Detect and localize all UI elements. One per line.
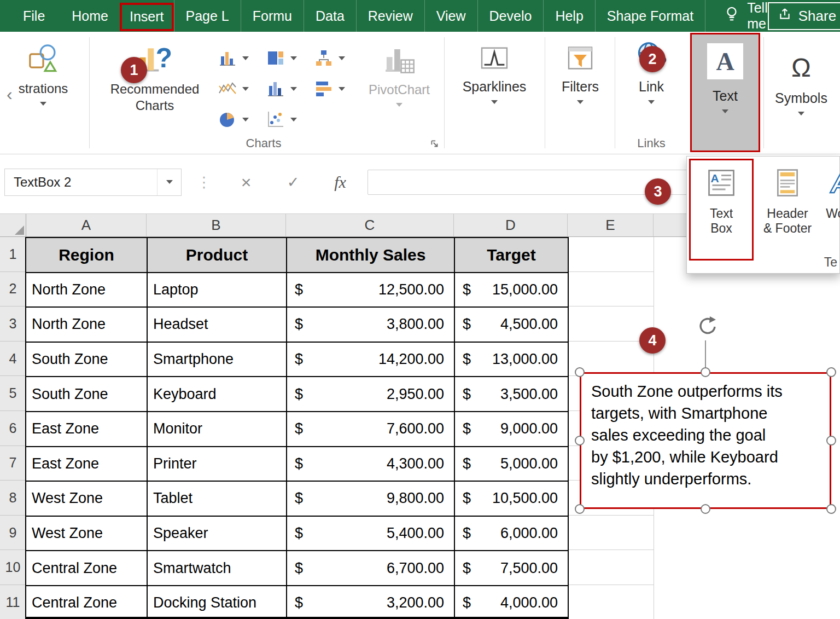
cell-product[interactable]: Keyboard [147,377,287,412]
cell-target[interactable]: $5,000.00 [454,447,568,482]
cell-sales[interactable]: $12,500.00 [287,273,454,308]
cell-region[interactable]: Central Zone [26,551,147,586]
cell-target[interactable]: $10,500.00 [454,481,568,516]
cell-sales[interactable]: $3,800.00 [287,307,454,342]
cell-region[interactable]: North Zone [26,307,147,342]
cell-product[interactable]: Docking Station [147,586,287,619]
header-monthly-sales[interactable]: Monthly Sales [287,238,454,273]
cell-target[interactable]: $6,000.00 [454,516,568,551]
cell-region[interactable]: West Zone [26,516,147,551]
hierarchy-chart-button[interactable] [314,48,345,68]
bar-chart-button[interactable] [266,48,297,68]
handle-top-left[interactable] [575,367,585,377]
rotate-handle-icon[interactable] [695,315,719,342]
name-box-dropdown[interactable] [157,169,181,195]
cell-product[interactable]: Tablet [147,481,287,516]
cell-product[interactable]: Printer [147,447,287,482]
tab-data[interactable]: Data [304,0,356,32]
tab-view[interactable]: View [424,0,477,32]
handle-middle-left[interactable] [575,436,585,446]
header-region[interactable]: Region [26,238,147,273]
column-header-d[interactable]: D [454,214,568,237]
handle-middle-right[interactable] [826,436,836,446]
row-header-7[interactable]: 7 [0,446,26,481]
cell-region[interactable]: East Zone [26,447,147,482]
handle-top-middle[interactable] [701,367,710,377]
tab-file[interactable]: File [8,0,60,32]
cell-sales[interactable]: $9,800.00 [287,481,454,516]
cell-region[interactable]: West Zone [26,481,147,516]
cell-target[interactable]: $9,000.00 [454,412,568,447]
cell-sales[interactable]: $7,600.00 [287,412,454,447]
menu-item-wordart[interactable]: A Wor [820,159,840,221]
column-header-c[interactable]: C [286,214,454,237]
tell-me-button[interactable]: Tell me [724,0,768,32]
line-chart-button[interactable] [218,79,249,99]
insert-function-icon[interactable]: fx [328,169,352,196]
row-header-1[interactable]: 1 [0,237,26,272]
handle-bottom-right[interactable] [826,504,836,514]
tab-formulas[interactable]: Formu [241,0,304,32]
cell-sales[interactable]: $6,700.00 [287,551,454,586]
handle-bottom-left[interactable] [575,504,585,514]
cell-product[interactable]: Headset [147,307,287,342]
tab-page-layout[interactable]: Page L [174,0,241,32]
cell-target[interactable]: $3,500.00 [454,377,568,412]
illustrations-button[interactable]: strations [2,43,84,109]
symbols-button[interactable]: Ω Symbols [766,41,837,119]
header-product[interactable]: Product [147,238,287,273]
cancel-icon[interactable]: × [235,169,257,196]
recommended-charts-button[interactable]: ? Recommended Charts [94,38,215,114]
cell-region[interactable]: Central Zone [26,586,147,619]
cell-sales[interactable]: $4,300.00 [287,447,454,482]
row-header-3[interactable]: 3 [0,306,26,342]
cell-target[interactable]: $15,000.00 [454,273,568,308]
cell-product[interactable]: Speaker [147,516,287,551]
handle-bottom-middle[interactable] [701,504,710,514]
column-chart-button[interactable] [218,48,249,68]
cell-region[interactable]: South Zone [26,342,147,377]
column-header-e[interactable]: E [568,214,654,237]
enter-check-icon[interactable]: ✓ [282,169,304,196]
cell-sales[interactable]: $5,400.00 [287,516,454,551]
row-header-9[interactable]: 9 [0,516,26,551]
tab-home[interactable]: Home [60,0,120,32]
header-target[interactable]: Target [454,238,568,273]
select-all-corner[interactable] [0,214,26,237]
tab-developer[interactable]: Develo [477,0,544,32]
cell-region[interactable]: North Zone [26,273,147,308]
cell-sales[interactable]: $2,950.00 [287,377,454,412]
cell-product[interactable]: Laptop [147,273,287,308]
sparklines-button[interactable]: Sparklines [447,44,541,107]
combo-chart-button[interactable] [266,79,297,99]
pivotchart-button[interactable]: PivotChart [358,41,440,110]
cell-region[interactable]: East Zone [26,412,147,447]
menu-item-text-box[interactable]: A Text Box [689,159,754,261]
menu-item-header-footer[interactable]: Header & Footer [758,159,817,236]
textbox-shape[interactable]: South Zone outperforms its targets, with… [580,372,831,509]
cell-product[interactable]: Monitor [147,412,287,447]
cell-target[interactable]: $4,500.00 [454,307,568,342]
formula-bar-grip-icon[interactable]: ⋮ [196,169,212,196]
cell-region[interactable]: South Zone [26,377,147,412]
row-header-5[interactable]: 5 [0,376,26,411]
tab-review[interactable]: Review [356,0,424,32]
cell-product[interactable]: Smartwatch [147,551,287,586]
column-header-a[interactable]: A [26,214,147,237]
tab-shape-format[interactable]: Shape Format [595,0,705,32]
tab-help[interactable]: Help [543,0,594,32]
pie-chart-button[interactable] [218,109,249,129]
cell-target[interactable]: $13,000.00 [454,342,568,377]
filters-button[interactable]: Filters [548,44,612,107]
row-header-2[interactable]: 2 [0,272,26,307]
charts-dialog-launcher-icon[interactable] [430,139,440,151]
row-header-6[interactable]: 6 [0,411,26,446]
cell-target[interactable]: $4,000.00 [454,586,568,619]
row-header-11[interactable]: 11 [0,585,26,619]
column-header-b[interactable]: B [147,214,286,237]
tab-insert-active[interactable]: Insert [120,3,174,31]
row-header-10[interactable]: 10 [0,550,26,585]
scatter-chart-button[interactable] [266,109,297,129]
cell-sales[interactable]: $3,200.00 [287,586,454,619]
handle-top-right[interactable] [826,367,836,377]
